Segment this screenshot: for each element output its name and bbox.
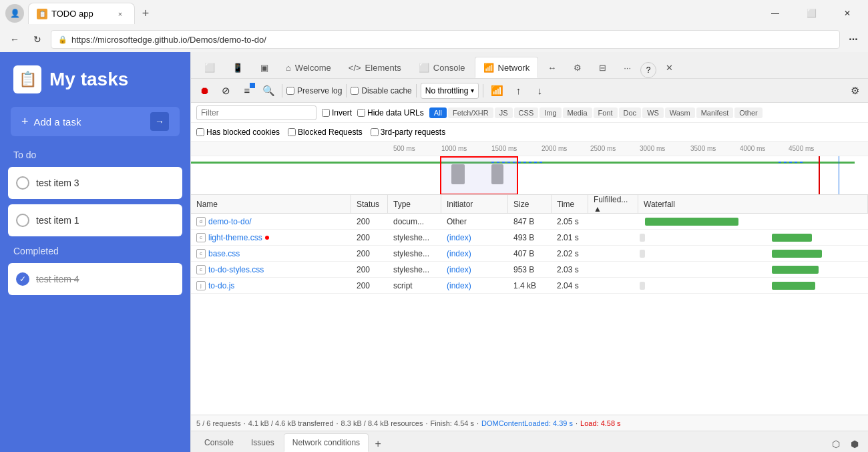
filter-tag-media[interactable]: Media [563, 107, 592, 118]
dt-tab-network[interactable]: 📶 Network [475, 57, 539, 78]
address-input[interactable]: 🔒 https://microsoftedge.github.io/Demos/… [51, 30, 840, 49]
cell-initiator-4[interactable]: (index) [441, 262, 508, 277]
filter-tag-manifest[interactable]: Manifest [696, 107, 734, 118]
task-item-test1[interactable]: test item 1 [8, 204, 182, 236]
dt-tab-inspect[interactable]: ⬜ [196, 57, 223, 78]
blocked-requests-input[interactable] [288, 128, 296, 136]
resource-icon-5: j [196, 281, 206, 290]
filter-input[interactable] [196, 105, 316, 120]
bt-add-tab-button[interactable]: + [370, 436, 386, 452]
preserve-log-input[interactable] [286, 87, 294, 95]
cell-initiator-3[interactable]: (index) [441, 246, 508, 261]
dt-tab-layers[interactable]: ▣ [252, 57, 276, 78]
bt-undock-button[interactable]: ⬡ [828, 436, 844, 452]
clear-button[interactable]: ⊘ [216, 81, 235, 100]
bt-tab-network-conditions[interactable]: Network conditions [284, 433, 369, 452]
dt-close-button[interactable]: ✕ [658, 57, 681, 78]
header-initiator[interactable]: Initiator [441, 195, 508, 213]
header-status[interactable]: Status [351, 195, 388, 213]
filter-toggle-button[interactable]: ≡ [238, 81, 256, 100]
dt-tab-welcome[interactable]: ⌂ Welcome [278, 57, 339, 78]
task-checkbox-test3[interactable] [16, 176, 29, 190]
table-row[interactable]: c light-theme.css 200 styleshe... (index… [191, 230, 868, 246]
table-row[interactable]: c to-do-styles.css 200 styleshe... (inde… [191, 262, 868, 278]
filter-tag-fetch[interactable]: Fetch/XHR [448, 107, 493, 118]
record-button[interactable]: ⏺ [195, 81, 214, 100]
upload-button[interactable]: ↑ [509, 81, 527, 100]
download-button[interactable]: ↓ [530, 81, 549, 100]
maximize-button[interactable]: ⬜ [796, 3, 827, 24]
has-blocked-cookies-input[interactable] [196, 128, 204, 136]
bt-fullscreen-button[interactable]: ⬢ [847, 436, 863, 452]
table-row[interactable]: j to-do.js 200 script (index) 1.4 kB 2.0… [191, 278, 868, 294]
new-tab-button[interactable]: + [135, 3, 156, 24]
hide-data-urls-input[interactable] [357, 109, 365, 117]
table-row[interactable]: d demo-to-do/ 200 docum... Other 847 B 2… [191, 214, 868, 230]
task-item-test3[interactable]: test item 3 [8, 167, 182, 199]
emulate-network-button[interactable]: 📶 [487, 81, 506, 100]
header-size[interactable]: Size [508, 195, 552, 213]
browser-tab[interactable]: 📋 TODO app × [28, 3, 135, 24]
back-button[interactable]: ← [5, 30, 24, 49]
browser-menu-button[interactable]: ··· [844, 30, 863, 49]
window-close-button[interactable]: ✕ [832, 3, 863, 24]
table-row[interactable]: c base.css 200 styleshe... (index) 407 B… [191, 246, 868, 262]
network-settings-button[interactable]: ⚙ [845, 81, 864, 100]
blocked-requests-checkbox[interactable]: Blocked Requests [288, 128, 363, 137]
cell-name-2: c light-theme.css [191, 230, 351, 245]
filter-tag-all[interactable]: All [429, 107, 447, 118]
task-text-test1: test item 1 [36, 215, 79, 226]
dt-tab-settings[interactable]: ⚙ [566, 57, 590, 78]
tab-close-button[interactable]: × [114, 8, 126, 20]
has-blocked-cookies-checkbox[interactable]: Has blocked cookies [196, 128, 280, 137]
cell-time-5: 2.04 s [552, 278, 588, 293]
separator-3: · [425, 419, 427, 427]
search-button[interactable]: 🔍 [259, 81, 278, 100]
disable-cache-checkbox[interactable]: Disable cache [351, 86, 411, 95]
invert-input[interactable] [322, 109, 330, 117]
task-item-test4[interactable]: ✓ test item 4 [8, 263, 182, 295]
third-party-input[interactable] [371, 128, 379, 136]
third-party-checkbox[interactable]: 3rd-party requests [371, 128, 445, 137]
filter-tag-img[interactable]: Img [539, 107, 561, 118]
dt-tab-elements[interactable]: </> Elements [341, 57, 409, 78]
dt-help-button[interactable]: ? [640, 62, 656, 78]
cell-type-1: docum... [388, 214, 441, 229]
header-waterfall[interactable]: Waterfall [638, 195, 868, 213]
dt-tab-performance[interactable]: ↔ [539, 57, 564, 78]
filter-tag-font[interactable]: Font [594, 107, 618, 118]
disable-cache-input[interactable] [351, 87, 359, 95]
header-name[interactable]: Name [191, 195, 351, 213]
preserve-log-checkbox[interactable]: Preserve log [286, 86, 342, 95]
cell-initiator-5[interactable]: (index) [441, 278, 508, 293]
dt-tab-console[interactable]: ⬜ Console [411, 57, 473, 78]
header-type[interactable]: Type [388, 195, 441, 213]
add-task-button[interactable]: + Add a task → [11, 107, 180, 136]
filter-tag-js[interactable]: JS [495, 107, 513, 118]
title-bar: 👤 📋 TODO app × + — ⬜ ✕ [0, 0, 868, 27]
filter-tag-css[interactable]: CSS [514, 107, 539, 118]
throttle-dropdown[interactable]: No throttling ▾ [421, 83, 479, 99]
resources-size: 8.3 kB / 8.4 kB resources [341, 419, 423, 427]
header-fulfilled[interactable]: Fulfilled... ▲ [588, 195, 638, 213]
filter-tag-ws[interactable]: WS [642, 107, 664, 118]
filter-tag-wasm[interactable]: Wasm [665, 107, 695, 118]
bt-tab-console[interactable]: Console [196, 433, 242, 452]
dt-tab-more[interactable]: ··· [616, 57, 639, 78]
minimize-button[interactable]: — [760, 3, 791, 24]
invert-checkbox[interactable]: Invert [322, 108, 352, 118]
timeline-selection-box[interactable] [440, 156, 518, 195]
filter-tag-other[interactable]: Other [734, 107, 763, 118]
dt-tab-device[interactable]: 📱 [224, 57, 251, 78]
cell-initiator-2[interactable]: (index) [441, 230, 508, 245]
task-checkbox-test1[interactable] [16, 214, 29, 227]
waterfall-bar-5 [772, 282, 815, 290]
dt-tab-customize[interactable]: ⊟ [591, 57, 614, 78]
timeline-area[interactable]: 500 ms 1000 ms 1500 ms 2000 ms 2500 ms 3… [191, 142, 868, 195]
filter-tag-doc[interactable]: Doc [619, 107, 642, 118]
bt-tab-issues[interactable]: Issues [243, 433, 282, 452]
task-checkbox-test4[interactable]: ✓ [16, 272, 29, 286]
refresh-button[interactable]: ↻ [28, 30, 47, 49]
hide-data-urls-checkbox[interactable]: Hide data URLs [357, 108, 424, 118]
header-time[interactable]: Time [552, 195, 588, 213]
